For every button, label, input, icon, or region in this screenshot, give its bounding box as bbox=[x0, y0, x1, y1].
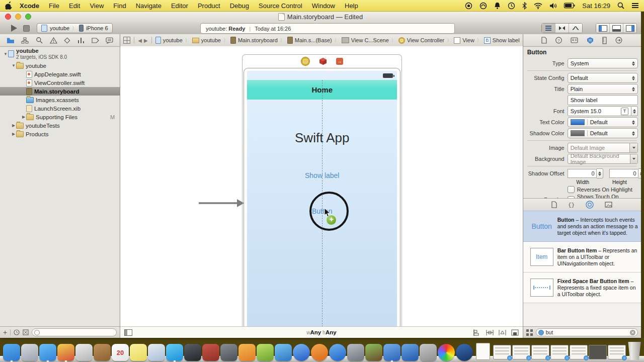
messages-dock-icon[interactable] bbox=[166, 344, 183, 361]
zoom-window-button[interactable] bbox=[25, 14, 31, 20]
menu-item-find[interactable]: Find bbox=[113, 2, 126, 10]
related-items-icon[interactable] bbox=[123, 37, 130, 44]
disclosure-triangle[interactable]: ▼ bbox=[3, 52, 8, 56]
contacts-dock-icon[interactable] bbox=[94, 344, 111, 361]
network-globe-dock-icon[interactable] bbox=[456, 344, 473, 361]
minimize-window-button[interactable] bbox=[15, 14, 21, 20]
menu-item-navigate[interactable]: Navigate bbox=[136, 2, 162, 10]
menu-item-product[interactable]: Product bbox=[198, 2, 220, 10]
color-wheel-dock-icon[interactable] bbox=[438, 344, 455, 361]
notification-center-icon[interactable] bbox=[631, 3, 639, 9]
crumb-view-controller[interactable]: View Controller bbox=[398, 37, 444, 44]
resolve-auto-layout-issues-button[interactable] bbox=[499, 329, 506, 336]
notifications-bell-icon[interactable] bbox=[494, 2, 501, 10]
storyboard-canvas[interactable]: Home Swift App Show label Button + bbox=[120, 46, 522, 327]
swift-app-label[interactable]: Swift App bbox=[247, 130, 397, 146]
menu-item-editor[interactable]: Editor bbox=[171, 2, 188, 10]
stop-button[interactable] bbox=[23, 25, 30, 32]
object-library-icon[interactable] bbox=[586, 201, 594, 209]
wifi-icon[interactable] bbox=[534, 3, 542, 9]
finder-dock-icon[interactable] bbox=[3, 344, 20, 361]
exit-icon[interactable] bbox=[336, 58, 343, 65]
menu-item-edit[interactable]: Edit bbox=[69, 2, 80, 10]
photo-booth-dock-icon[interactable] bbox=[220, 344, 237, 361]
file-row-main-storyboard[interactable]: Main.storyboard bbox=[0, 87, 120, 96]
minimized-window-3-dock-icon[interactable] bbox=[531, 345, 549, 361]
report-navigator-icon[interactable] bbox=[106, 37, 113, 44]
file-row-launchscreen[interactable]: LaunchScreen.xib bbox=[0, 104, 120, 113]
shadow-width-stepper[interactable] bbox=[597, 168, 603, 178]
close-window-button[interactable] bbox=[5, 14, 11, 20]
type-popup[interactable]: System bbox=[568, 58, 638, 68]
font-size-stepper[interactable] bbox=[631, 106, 638, 116]
project-row[interactable]: ▼ youtube 2 targets, iOS SDK 8.0 bbox=[0, 46, 120, 61]
forward-button[interactable]: ▶ bbox=[144, 38, 148, 43]
connections-inspector-icon[interactable] bbox=[615, 37, 622, 44]
attributes-inspector-icon[interactable] bbox=[587, 37, 594, 44]
crumb-view[interactable]: View bbox=[454, 37, 474, 44]
crumb-base[interactable]: Main.s...(Base) bbox=[287, 37, 332, 44]
title-bar[interactable]: Main.storyboard — Edited bbox=[0, 11, 641, 23]
shadow-color-well[interactable]: Default bbox=[568, 128, 638, 138]
group-row-supporting-files[interactable]: ▶ Supporting Files M bbox=[0, 113, 120, 121]
itunes-dock-icon[interactable] bbox=[293, 344, 310, 361]
font-picker-icon[interactable]: T bbox=[621, 108, 628, 115]
group-row-youtube[interactable]: ▼ youtube bbox=[0, 61, 120, 70]
dark-window-dock-icon[interactable] bbox=[589, 345, 607, 361]
show-label-button[interactable]: Show label bbox=[247, 171, 397, 179]
menu-item-xcode[interactable]: Xcode bbox=[20, 2, 39, 10]
size-class-control[interactable]: wAny hAny bbox=[120, 329, 522, 335]
menu-item-window[interactable]: Window bbox=[312, 2, 335, 10]
debug-navigator-icon[interactable] bbox=[77, 37, 85, 44]
initial-view-controller-arrow[interactable] bbox=[196, 197, 246, 209]
reverses-on-highlight-checkbox[interactable] bbox=[568, 186, 575, 193]
background-combo[interactable]: Default Background Image bbox=[568, 154, 638, 164]
image-tools-dock-icon[interactable] bbox=[420, 344, 437, 361]
issue-navigator-icon[interactable] bbox=[50, 37, 57, 44]
recent-files-filter-icon[interactable] bbox=[14, 329, 20, 335]
mail-dock-icon[interactable] bbox=[148, 344, 165, 361]
xcode-dock-icon[interactable] bbox=[383, 344, 400, 361]
minimized-window-1-dock-icon[interactable] bbox=[493, 345, 511, 361]
toggle-navigator-button[interactable] bbox=[596, 24, 609, 33]
menu-item-source-control[interactable]: Source Control bbox=[259, 2, 302, 10]
pages-dock-icon[interactable] bbox=[238, 344, 256, 361]
camera-dock-icon[interactable] bbox=[184, 344, 201, 361]
symbol-navigator-icon[interactable] bbox=[21, 37, 29, 44]
theater-dock-icon[interactable] bbox=[202, 344, 219, 361]
bluetooth-icon[interactable] bbox=[522, 2, 527, 10]
text-document-dock-icon[interactable] bbox=[474, 343, 492, 361]
library-view-mode-icon[interactable] bbox=[526, 329, 533, 336]
find-navigator-icon[interactable] bbox=[36, 37, 43, 44]
scheme-selector[interactable]: youtube 〉 iPhone 6 bbox=[37, 23, 113, 33]
text-color-well[interactable]: Default bbox=[568, 117, 638, 127]
crumb-scene[interactable]: View C...Scene bbox=[342, 37, 389, 43]
test-navigator-icon[interactable] bbox=[64, 37, 70, 44]
photos-dock-icon[interactable] bbox=[75, 344, 93, 361]
calendar-dock-icon[interactable]: 20 bbox=[112, 344, 129, 361]
size-inspector-icon[interactable] bbox=[602, 37, 607, 44]
numbers-dock-icon[interactable] bbox=[257, 344, 274, 361]
menu-item-view[interactable]: View bbox=[90, 2, 104, 10]
navigator-filter-field[interactable] bbox=[32, 328, 117, 336]
shadow-height-field[interactable]: 0 bbox=[609, 169, 638, 178]
title-text-field[interactable]: Show label bbox=[568, 95, 638, 105]
title-type-popup[interactable]: Plain bbox=[568, 84, 638, 94]
library-item-fixed-space[interactable]: Fixed Space Bar Button Item – Represents… bbox=[523, 273, 641, 303]
state-config-popup[interactable]: Default bbox=[568, 73, 638, 83]
shadow-width-field[interactable]: 0 bbox=[568, 169, 597, 178]
trash-dock-icon[interactable] bbox=[627, 342, 642, 361]
toggle-debug-area-button[interactable] bbox=[609, 24, 623, 33]
library-item-button[interactable]: Button Button – Intercepts touch events … bbox=[523, 211, 641, 242]
image-combo[interactable]: Default Image bbox=[568, 143, 638, 153]
keynote-dock-icon[interactable] bbox=[275, 344, 292, 361]
screen-record-icon[interactable] bbox=[465, 2, 472, 10]
assistant-editor-button[interactable] bbox=[555, 24, 569, 33]
minimized-window-5-dock-icon[interactable] bbox=[570, 345, 588, 361]
identity-inspector-icon[interactable] bbox=[571, 37, 578, 43]
view-controller-scene[interactable]: Home Swift App Show label Button bbox=[242, 54, 402, 327]
standard-editor-button[interactable] bbox=[542, 24, 555, 33]
launchpad-dock-icon[interactable] bbox=[21, 344, 38, 361]
xcode-beta-dock-icon[interactable] bbox=[401, 344, 419, 361]
creative-cloud-icon[interactable] bbox=[479, 2, 487, 10]
